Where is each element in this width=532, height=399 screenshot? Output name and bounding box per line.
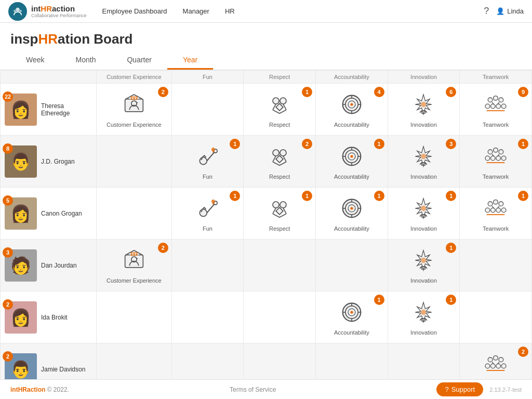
nav-manager[interactable]: Manager: [183, 7, 209, 15]
value-label: Innovation: [388, 225, 460, 232]
user-menu[interactable]: 👤 Linda: [496, 7, 524, 15]
value-cell[interactable]: 1 Respect: [244, 188, 316, 240]
value-cell[interactable]: 1 Accountability: [316, 188, 388, 240]
svg-point-2: [19, 9, 22, 12]
value-cell[interactable]: 1 Innovation: [388, 240, 460, 291]
value-cell[interactable]: [460, 291, 532, 343]
value-cell[interactable]: 1 Innovation: [388, 291, 460, 343]
value-cell[interactable]: [244, 240, 316, 291]
nav-links: Employee Dashboard Manager HR: [102, 7, 484, 15]
table-row: 22 👩 Theresa Etheredge 2 ★★★★ Customer E…: [1, 84, 532, 136]
board-scroll[interactable]: Customer Experience Fun Respect Accounta…: [0, 70, 532, 387]
svg-point-33: [280, 150, 286, 156]
svg-point-26: [496, 104, 501, 109]
value-cell[interactable]: [244, 291, 316, 343]
footer-brand: intHRaction © 2022.: [10, 386, 69, 388]
person-name: Canon Grogan: [41, 210, 82, 217]
value-cell[interactable]: 2 ★★★★ Customer Experience: [97, 84, 172, 136]
value-badge: 1: [374, 295, 384, 305]
value-label: Customer Experience: [97, 277, 171, 284]
logo[interactable]: intHRaction Collaborative Performance: [8, 2, 87, 21]
value-cell[interactable]: 1 Teamwork: [460, 136, 532, 188]
col-teamwork: Teamwork: [460, 71, 532, 84]
value-cell[interactable]: [97, 136, 172, 188]
help-icon[interactable]: ?: [484, 6, 489, 17]
nav-employee-dashboard[interactable]: Employee Dashboard: [102, 7, 167, 15]
footer-tos[interactable]: Terms of Service: [230, 386, 276, 388]
tab-month[interactable]: Month: [60, 51, 112, 70]
value-badge: 1: [518, 191, 528, 201]
footer-center: Terms of Service: [69, 386, 437, 388]
svg-point-0: [16, 7, 19, 11]
svg-point-12: [350, 103, 353, 105]
svg-point-25: [491, 104, 496, 109]
tabs: Week Month Quarter Year: [0, 51, 532, 70]
svg-point-51: [496, 156, 501, 161]
svg-point-1: [14, 9, 16, 12]
value-cell[interactable]: 1 Fun: [171, 188, 244, 240]
value-cell[interactable]: [97, 188, 172, 240]
value-label: Innovation: [388, 174, 460, 180]
value-cell[interactable]: 3 Innovation: [388, 136, 460, 188]
person-cell[interactable]: 2 👩 Ida Brokit: [1, 291, 97, 343]
tab-week[interactable]: Week: [10, 51, 60, 70]
value-cell[interactable]: 4 Accountability: [316, 84, 388, 136]
person-name: J.D. Grogan: [41, 158, 75, 165]
person-cell[interactable]: 8 👨 J.D. Grogan: [1, 136, 97, 188]
value-cell[interactable]: [171, 291, 244, 343]
person-cell[interactable]: 22 👩 Theresa Etheredge: [1, 84, 97, 136]
value-cell[interactable]: 6 Innovation: [388, 84, 460, 136]
value-cell[interactable]: 1 Accountability: [316, 136, 388, 188]
table-row: 8 👨 J.D. Grogan 1 Fun 2: [1, 136, 532, 188]
svg-point-21: [488, 98, 493, 102]
value-cell[interactable]: 1 Accountability: [316, 291, 388, 343]
value-badge: 2: [158, 87, 168, 97]
value-cell[interactable]: 9 Teamwork: [460, 84, 532, 136]
nav-hr[interactable]: HR: [225, 7, 235, 15]
person-name: Jamie Davidson: [41, 366, 85, 373]
svg-point-75: [491, 208, 496, 212]
tab-year[interactable]: Year: [167, 51, 213, 70]
value-cell[interactable]: [316, 240, 388, 291]
value-label: Innovation: [388, 122, 460, 128]
support-label: Support: [451, 385, 475, 387]
value-cell[interactable]: 2 ★★★★ Customer Experience: [97, 240, 172, 291]
person-cell[interactable]: 3 🧑 Dan Jourdan: [1, 240, 97, 291]
col-respect: Respect: [244, 71, 316, 84]
svg-point-101: [499, 357, 503, 362]
nav-right: ? 👤 Linda: [484, 6, 524, 17]
svg-point-100: [494, 356, 498, 361]
svg-point-7: [273, 98, 279, 104]
svg-point-74: [485, 208, 490, 212]
person-cell[interactable]: 5 👩 Canon Grogan: [1, 188, 97, 240]
svg-point-77: [501, 208, 506, 212]
value-cell[interactable]: [171, 240, 244, 291]
svg-point-57: [273, 202, 279, 208]
value-label: Accountability: [316, 225, 388, 232]
user-icon: 👤: [496, 7, 504, 15]
value-cell[interactable]: 1 Teamwork: [460, 188, 532, 240]
tab-quarter[interactable]: Quarter: [111, 51, 167, 70]
value-cell[interactable]: 1 Respect: [244, 84, 316, 136]
page-title: inspHRation Board: [10, 31, 522, 47]
svg-point-71: [488, 202, 493, 206]
col-fun: Fun: [171, 71, 244, 84]
value-cell[interactable]: [460, 240, 532, 291]
table-row: 3 🧑 Dan Jourdan 2 ★★★★ Customer Experien…: [1, 240, 532, 291]
value-badge: 1: [302, 191, 312, 201]
value-cell[interactable]: [97, 291, 172, 343]
value-cell[interactable]: 2 Respect: [244, 136, 316, 188]
svg-point-27: [501, 104, 506, 109]
value-badge: 1: [374, 191, 384, 201]
support-button[interactable]: ? Support: [436, 382, 483, 387]
value-cell[interactable]: [171, 84, 244, 136]
value-cell[interactable]: 1 Fun: [171, 136, 244, 188]
value-cell[interactable]: 1 Innovation: [388, 188, 460, 240]
user-name: Linda: [507, 7, 524, 15]
col-innovation: Innovation: [388, 71, 460, 84]
svg-point-105: [501, 364, 506, 368]
value-badge: 1: [518, 139, 528, 149]
logo-icon: [8, 2, 27, 21]
svg-point-22: [494, 96, 498, 101]
svg-point-90: [350, 311, 353, 313]
